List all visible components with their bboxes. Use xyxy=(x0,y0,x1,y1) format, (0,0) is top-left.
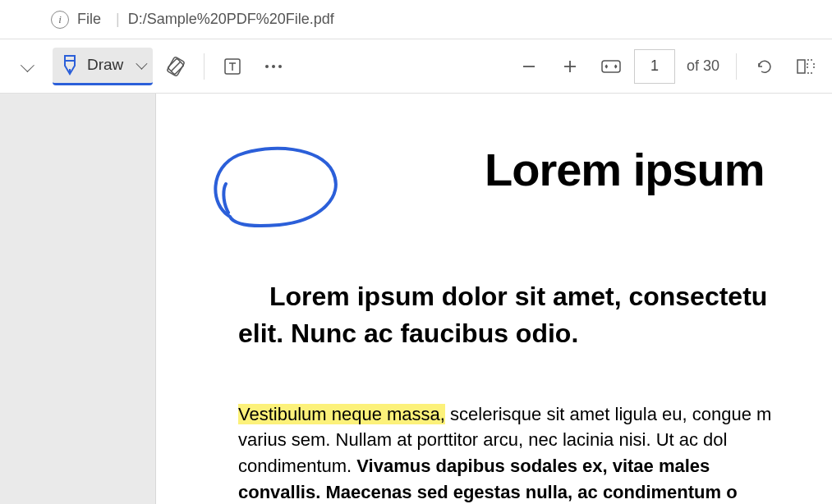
fit-icon xyxy=(600,58,622,75)
page-number-input[interactable] xyxy=(634,49,675,84)
minus-icon xyxy=(521,58,537,75)
address-divider: | xyxy=(116,11,120,28)
document-body: Vestibulum neque massa, scelerisque sit … xyxy=(238,401,830,504)
address-path[interactable]: D:/Sample%20PDF%20File.pdf xyxy=(128,11,334,28)
plus-icon xyxy=(562,58,578,75)
page-total-label: of 30 xyxy=(687,57,719,75)
address-bar: i File | D:/Sample%20PDF%20File.pdf xyxy=(0,0,832,39)
more-options-button[interactable] xyxy=(255,48,292,85)
pdf-toolbar: Draw of 30 xyxy=(0,39,832,94)
draw-tool-label: Draw xyxy=(87,56,123,74)
page-view-icon xyxy=(795,57,816,76)
svg-rect-9 xyxy=(798,60,805,73)
content-area: Lorem ipsum Lorem ipsum dolor sit amet, … xyxy=(0,94,832,504)
more-icon xyxy=(265,65,282,68)
toolbar-expand-button[interactable] xyxy=(8,48,44,85)
erase-button[interactable] xyxy=(158,48,194,85)
file-scheme-label: File xyxy=(77,11,101,28)
rotate-icon xyxy=(755,57,775,76)
draw-tool-button[interactable]: Draw xyxy=(53,48,153,85)
fit-width-button[interactable] xyxy=(593,48,629,85)
pdf-page[interactable]: Lorem ipsum Lorem ipsum dolor sit amet, … xyxy=(156,94,832,504)
text-select-button[interactable] xyxy=(214,48,251,85)
highlighted-text: Vestibulum neque massa, xyxy=(238,404,445,424)
zoom-out-button[interactable] xyxy=(511,48,547,85)
toolbar-separator xyxy=(736,53,737,80)
svg-rect-8 xyxy=(602,61,620,72)
document-subtitle: Lorem ipsum dolor sit amet, consectetu e… xyxy=(238,278,832,352)
pen-icon xyxy=(61,54,79,76)
rotate-button[interactable] xyxy=(747,48,783,85)
zoom-in-button[interactable] xyxy=(552,48,588,85)
toolbar-separator xyxy=(204,53,205,80)
document-title: Lorem ipsum xyxy=(485,143,832,196)
text-icon xyxy=(223,57,242,76)
eraser-icon xyxy=(165,56,186,77)
page-view-button[interactable] xyxy=(788,48,824,85)
sidebar-gutter xyxy=(0,94,156,504)
ink-annotation xyxy=(205,143,353,241)
info-icon[interactable]: i xyxy=(51,11,69,29)
chevron-down-icon xyxy=(136,58,148,70)
